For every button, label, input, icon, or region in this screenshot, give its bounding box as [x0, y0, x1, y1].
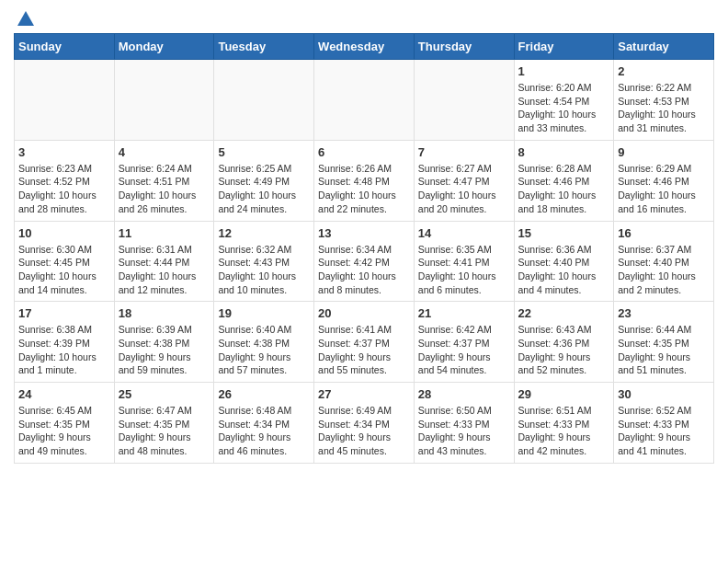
day-info: Sunrise: 6:31 AM Sunset: 4:44 PM Dayligh… [119, 243, 210, 297]
calendar-cell: 3Sunrise: 6:23 AM Sunset: 4:52 PM Daylig… [15, 140, 115, 221]
day-number: 11 [119, 226, 210, 240]
calendar-cell: 17Sunrise: 6:38 AM Sunset: 4:39 PM Dayli… [15, 302, 115, 383]
day-number: 29 [518, 387, 610, 401]
calendar-cell: 15Sunrise: 6:36 AM Sunset: 4:40 PM Dayli… [514, 221, 614, 302]
calendar-cell: 28Sunrise: 6:50 AM Sunset: 4:33 PM Dayli… [414, 383, 514, 464]
calendar-cell: 8Sunrise: 6:28 AM Sunset: 4:46 PM Daylig… [514, 140, 614, 221]
calendar-cell: 29Sunrise: 6:51 AM Sunset: 4:33 PM Dayli… [514, 383, 614, 464]
day-number: 8 [518, 145, 610, 159]
header [14, 9, 714, 26]
weekday-header-monday: Monday [114, 34, 214, 60]
calendar-cell: 24Sunrise: 6:45 AM Sunset: 4:35 PM Dayli… [15, 383, 115, 464]
day-number: 17 [18, 306, 110, 320]
calendar-cell: 11Sunrise: 6:31 AM Sunset: 4:44 PM Dayli… [114, 221, 214, 302]
logo [14, 9, 36, 26]
day-info: Sunrise: 6:37 AM Sunset: 4:40 PM Dayligh… [618, 243, 710, 297]
day-info: Sunrise: 6:49 AM Sunset: 4:34 PM Dayligh… [318, 404, 410, 458]
calendar-cell: 20Sunrise: 6:41 AM Sunset: 4:37 PM Dayli… [314, 302, 415, 383]
weekday-header-wednesday: Wednesday [314, 34, 415, 60]
day-info: Sunrise: 6:35 AM Sunset: 4:41 PM Dayligh… [418, 243, 510, 297]
day-number: 4 [119, 145, 210, 159]
day-number: 30 [618, 387, 710, 401]
calendar-cell: 19Sunrise: 6:40 AM Sunset: 4:38 PM Dayli… [214, 302, 314, 383]
calendar-table: SundayMondayTuesdayWednesdayThursdayFrid… [14, 33, 714, 464]
day-number: 26 [218, 387, 310, 401]
calendar-cell: 25Sunrise: 6:47 AM Sunset: 4:35 PM Dayli… [114, 383, 214, 464]
day-number: 21 [418, 306, 510, 320]
calendar-cell: 23Sunrise: 6:44 AM Sunset: 4:35 PM Dayli… [614, 302, 714, 383]
day-info: Sunrise: 6:48 AM Sunset: 4:34 PM Dayligh… [218, 404, 310, 458]
calendar-cell: 22Sunrise: 6:43 AM Sunset: 4:36 PM Dayli… [514, 302, 614, 383]
calendar-cell: 6Sunrise: 6:26 AM Sunset: 4:48 PM Daylig… [314, 140, 415, 221]
day-info: Sunrise: 6:51 AM Sunset: 4:33 PM Dayligh… [518, 404, 610, 458]
day-number: 20 [318, 306, 410, 320]
calendar-cell [314, 60, 415, 141]
calendar-cell [114, 60, 214, 141]
calendar-cell: 10Sunrise: 6:30 AM Sunset: 4:45 PM Dayli… [15, 221, 115, 302]
calendar-cell: 13Sunrise: 6:34 AM Sunset: 4:42 PM Dayli… [314, 221, 415, 302]
calendar-cell [414, 60, 514, 141]
calendar-cell: 5Sunrise: 6:25 AM Sunset: 4:49 PM Daylig… [214, 140, 314, 221]
day-number: 28 [418, 387, 510, 401]
day-info: Sunrise: 6:52 AM Sunset: 4:33 PM Dayligh… [618, 404, 710, 458]
day-info: Sunrise: 6:50 AM Sunset: 4:33 PM Dayligh… [418, 404, 510, 458]
calendar-cell: 4Sunrise: 6:24 AM Sunset: 4:51 PM Daylig… [114, 140, 214, 221]
day-number: 12 [218, 226, 310, 240]
day-info: Sunrise: 6:22 AM Sunset: 4:53 PM Dayligh… [618, 81, 710, 135]
day-number: 5 [218, 145, 310, 159]
day-info: Sunrise: 6:39 AM Sunset: 4:38 PM Dayligh… [119, 323, 210, 377]
calendar-cell: 1Sunrise: 6:20 AM Sunset: 4:54 PM Daylig… [514, 60, 614, 141]
calendar-week-row: 10Sunrise: 6:30 AM Sunset: 4:45 PM Dayli… [15, 221, 714, 302]
day-info: Sunrise: 6:42 AM Sunset: 4:37 PM Dayligh… [418, 323, 510, 377]
weekday-header-saturday: Saturday [614, 34, 714, 60]
day-info: Sunrise: 6:41 AM Sunset: 4:37 PM Dayligh… [318, 323, 410, 377]
calendar-week-row: 17Sunrise: 6:38 AM Sunset: 4:39 PM Dayli… [15, 302, 714, 383]
day-info: Sunrise: 6:26 AM Sunset: 4:48 PM Dayligh… [318, 162, 410, 216]
calendar-cell: 30Sunrise: 6:52 AM Sunset: 4:33 PM Dayli… [614, 383, 714, 464]
calendar-cell: 27Sunrise: 6:49 AM Sunset: 4:34 PM Dayli… [314, 383, 415, 464]
day-info: Sunrise: 6:45 AM Sunset: 4:35 PM Dayligh… [18, 404, 110, 458]
calendar-cell: 2Sunrise: 6:22 AM Sunset: 4:53 PM Daylig… [614, 60, 714, 141]
calendar-cell: 26Sunrise: 6:48 AM Sunset: 4:34 PM Dayli… [214, 383, 314, 464]
calendar-week-row: 24Sunrise: 6:45 AM Sunset: 4:35 PM Dayli… [15, 383, 714, 464]
calendar-week-row: 3Sunrise: 6:23 AM Sunset: 4:52 PM Daylig… [15, 140, 714, 221]
day-number: 3 [18, 145, 110, 159]
day-info: Sunrise: 6:32 AM Sunset: 4:43 PM Dayligh… [218, 243, 310, 297]
day-number: 25 [119, 387, 210, 401]
logo-icon [16, 9, 36, 29]
day-info: Sunrise: 6:28 AM Sunset: 4:46 PM Dayligh… [518, 162, 610, 216]
day-number: 27 [318, 387, 410, 401]
day-info: Sunrise: 6:30 AM Sunset: 4:45 PM Dayligh… [18, 243, 110, 297]
calendar-cell: 9Sunrise: 6:29 AM Sunset: 4:46 PM Daylig… [614, 140, 714, 221]
calendar-cell: 18Sunrise: 6:39 AM Sunset: 4:38 PM Dayli… [114, 302, 214, 383]
calendar-week-row: 1Sunrise: 6:20 AM Sunset: 4:54 PM Daylig… [15, 60, 714, 141]
day-number: 22 [518, 306, 610, 320]
day-info: Sunrise: 6:34 AM Sunset: 4:42 PM Dayligh… [318, 243, 410, 297]
day-info: Sunrise: 6:25 AM Sunset: 4:49 PM Dayligh… [218, 162, 310, 216]
weekday-header-tuesday: Tuesday [214, 34, 314, 60]
day-number: 7 [418, 145, 510, 159]
day-number: 6 [318, 145, 410, 159]
day-info: Sunrise: 6:29 AM Sunset: 4:46 PM Dayligh… [618, 162, 710, 216]
day-info: Sunrise: 6:43 AM Sunset: 4:36 PM Dayligh… [518, 323, 610, 377]
svg-marker-0 [17, 11, 34, 26]
calendar-cell [214, 60, 314, 141]
day-number: 23 [618, 306, 710, 320]
day-number: 14 [418, 226, 510, 240]
day-info: Sunrise: 6:27 AM Sunset: 4:47 PM Dayligh… [418, 162, 510, 216]
calendar-cell: 21Sunrise: 6:42 AM Sunset: 4:37 PM Dayli… [414, 302, 514, 383]
weekday-header-friday: Friday [514, 34, 614, 60]
calendar-cell: 12Sunrise: 6:32 AM Sunset: 4:43 PM Dayli… [214, 221, 314, 302]
day-number: 10 [18, 226, 110, 240]
day-info: Sunrise: 6:47 AM Sunset: 4:35 PM Dayligh… [119, 404, 210, 458]
calendar-cell: 16Sunrise: 6:37 AM Sunset: 4:40 PM Dayli… [614, 221, 714, 302]
day-info: Sunrise: 6:38 AM Sunset: 4:39 PM Dayligh… [18, 323, 110, 377]
day-number: 13 [318, 226, 410, 240]
day-number: 1 [518, 64, 610, 78]
day-number: 15 [518, 226, 610, 240]
weekday-header-row: SundayMondayTuesdayWednesdayThursdayFrid… [15, 34, 714, 60]
weekday-header-sunday: Sunday [15, 34, 115, 60]
calendar-cell: 7Sunrise: 6:27 AM Sunset: 4:47 PM Daylig… [414, 140, 514, 221]
calendar-cell [15, 60, 115, 141]
day-number: 24 [18, 387, 110, 401]
